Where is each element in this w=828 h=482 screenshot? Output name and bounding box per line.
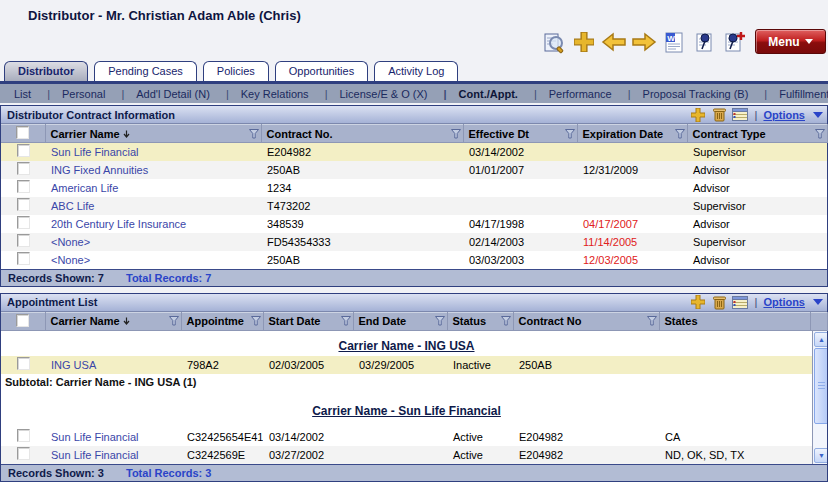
filter-icon[interactable] bbox=[815, 129, 825, 139]
scrollbar-thumb[interactable] bbox=[814, 348, 827, 424]
tab-pending-cases[interactable]: Pending Cases bbox=[94, 61, 197, 81]
subnav-item-cont-appt[interactable]: Cont./Appt. bbox=[438, 88, 524, 100]
states-cell: ND, OK, SD, TX bbox=[659, 446, 812, 464]
subnav-item-addl-detail[interactable]: Add'l Detail (N) bbox=[115, 88, 215, 100]
menu-button[interactable]: Menu bbox=[755, 29, 826, 54]
row-checkbox[interactable] bbox=[17, 162, 30, 175]
options-caret-icon[interactable] bbox=[813, 299, 823, 305]
contract-section: Distributor Contract Information | Optio… bbox=[0, 105, 828, 287]
page-header: Distributor - Mr. Christian Adam Able (C… bbox=[0, 0, 828, 60]
contract-no-cell: E204982 bbox=[513, 446, 659, 464]
carrier-link[interactable]: ING Fixed Annuities bbox=[51, 164, 148, 176]
subnav-item-performance[interactable]: Performance bbox=[528, 88, 618, 100]
contract-row: 20th Century Life Insurance 348539 04/17… bbox=[1, 215, 827, 233]
row-checkbox[interactable] bbox=[17, 252, 30, 265]
row-checkbox[interactable] bbox=[17, 357, 30, 370]
pin-document-icon[interactable] bbox=[690, 28, 717, 55]
subnav-item-license-eo[interactable]: License/E & O (X) bbox=[319, 88, 434, 100]
filter-icon[interactable] bbox=[249, 129, 259, 139]
start-date-cell: 02/03/2005 bbox=[263, 356, 353, 374]
col-contract-no: Contract No. bbox=[267, 128, 333, 140]
add-row-icon[interactable] bbox=[690, 294, 707, 310]
tab-activity-log[interactable]: Activity Log bbox=[374, 61, 458, 81]
subnav-item-personal[interactable]: Personal bbox=[41, 88, 111, 100]
col-status: Status bbox=[453, 315, 487, 327]
add-row-icon[interactable] bbox=[690, 107, 707, 123]
col-contract-type: Contract Type bbox=[693, 128, 766, 140]
subnav-item-key-relations[interactable]: Key Relations bbox=[220, 88, 315, 100]
delete-row-icon[interactable] bbox=[711, 107, 728, 123]
row-checkbox[interactable] bbox=[17, 180, 30, 193]
subnav-item-fulfillment[interactable]: Fulfillment (A) bbox=[758, 88, 828, 100]
start-date-cell: 03/27/2002 bbox=[263, 446, 353, 464]
subnav-item-proposal-tracking[interactable]: Proposal Tracking (B) bbox=[622, 88, 755, 100]
contract-row: <None> 250AB 03/03/2003 12/03/2005 Advis… bbox=[1, 251, 827, 269]
scroll-down-arrow[interactable]: ▼ bbox=[814, 448, 827, 463]
grid-view-icon[interactable] bbox=[732, 107, 749, 123]
carrier-link[interactable]: <None> bbox=[51, 236, 90, 248]
add-icon[interactable] bbox=[570, 28, 597, 55]
tab-opportunities[interactable]: Opportunities bbox=[275, 61, 368, 81]
sort-descending-icon bbox=[123, 317, 130, 325]
filter-icon[interactable] bbox=[251, 316, 261, 326]
carrier-link[interactable]: 20th Century Life Insurance bbox=[51, 218, 186, 230]
records-shown-value: 3 bbox=[98, 467, 104, 479]
scroll-up-arrow[interactable]: ▲ bbox=[814, 332, 827, 347]
row-checkbox[interactable] bbox=[17, 429, 30, 442]
vertical-scrollbar[interactable]: ▲ ▼ bbox=[812, 331, 827, 464]
tab-policies[interactable]: Policies bbox=[203, 61, 269, 81]
col-end-date: End Date bbox=[359, 315, 407, 327]
total-records-value: 3 bbox=[205, 467, 211, 479]
row-checkbox[interactable] bbox=[17, 216, 30, 229]
word-document-icon[interactable]: W bbox=[660, 28, 687, 55]
row-checkbox[interactable] bbox=[17, 198, 30, 211]
forward-arrow-icon[interactable] bbox=[630, 28, 657, 55]
filter-icon[interactable] bbox=[675, 129, 685, 139]
filter-icon[interactable] bbox=[647, 316, 657, 326]
contract-section-tools: | Options bbox=[690, 107, 823, 123]
total-records-label: Total Records: bbox=[126, 272, 202, 284]
row-checkbox[interactable] bbox=[17, 144, 30, 157]
contract-type-cell: Advisor bbox=[687, 251, 827, 269]
contract-no-cell: 250AB bbox=[261, 161, 463, 179]
carrier-link[interactable]: American Life bbox=[51, 182, 118, 194]
filter-icon[interactable] bbox=[451, 129, 461, 139]
col-appointment: Appointme bbox=[187, 315, 244, 327]
carrier-link[interactable]: Sun Life Financial bbox=[51, 431, 138, 443]
filter-icon[interactable] bbox=[169, 316, 179, 326]
filter-icon[interactable] bbox=[501, 316, 511, 326]
col-contract-no: Contract No bbox=[519, 315, 582, 327]
delete-row-icon[interactable] bbox=[711, 294, 728, 310]
contract-options-link[interactable]: Options bbox=[763, 109, 805, 121]
contract-type-cell: Advisor bbox=[687, 179, 827, 197]
carrier-link[interactable]: ABC Life bbox=[51, 200, 94, 212]
filter-icon[interactable] bbox=[435, 316, 445, 326]
status-cell: Active bbox=[447, 428, 513, 446]
contract-row: <None> FD54354333 02/14/2003 11/14/2005 … bbox=[1, 233, 827, 251]
effective-cell: 01/01/2007 bbox=[463, 161, 577, 179]
carrier-link[interactable]: ING USA bbox=[51, 359, 96, 371]
filter-icon[interactable] bbox=[341, 316, 351, 326]
row-checkbox[interactable] bbox=[17, 234, 30, 247]
grid-view-icon[interactable] bbox=[732, 294, 749, 310]
carrier-link[interactable]: <None> bbox=[51, 254, 90, 266]
appointment-options-link[interactable]: Options bbox=[763, 296, 805, 308]
tab-strip: Distributor Pending Cases Policies Oppor… bbox=[0, 60, 828, 81]
carrier-link[interactable]: Sun Life Financial bbox=[51, 449, 138, 461]
appointment-section: Appointment List | Options Carrier Name … bbox=[0, 293, 828, 482]
pin-add-icon[interactable] bbox=[720, 28, 747, 55]
row-checkbox[interactable] bbox=[17, 447, 30, 460]
appointment-table-header-row: Carrier Name Appointme Start Date End Da… bbox=[1, 312, 827, 330]
back-arrow-icon[interactable] bbox=[600, 28, 627, 55]
select-all-checkbox[interactable] bbox=[16, 314, 29, 327]
expiration-cell bbox=[577, 197, 687, 215]
tab-distributor[interactable]: Distributor bbox=[4, 61, 88, 81]
records-shown-label: Records Shown: bbox=[8, 272, 95, 284]
search-icon[interactable] bbox=[540, 28, 567, 55]
carrier-link[interactable]: Sun Life Financial bbox=[51, 146, 138, 158]
options-caret-icon[interactable] bbox=[813, 112, 823, 118]
expiration-cell bbox=[577, 179, 687, 197]
select-all-checkbox[interactable] bbox=[16, 126, 29, 139]
filter-icon[interactable] bbox=[565, 129, 575, 139]
subnav-item-list[interactable]: List bbox=[8, 88, 37, 100]
